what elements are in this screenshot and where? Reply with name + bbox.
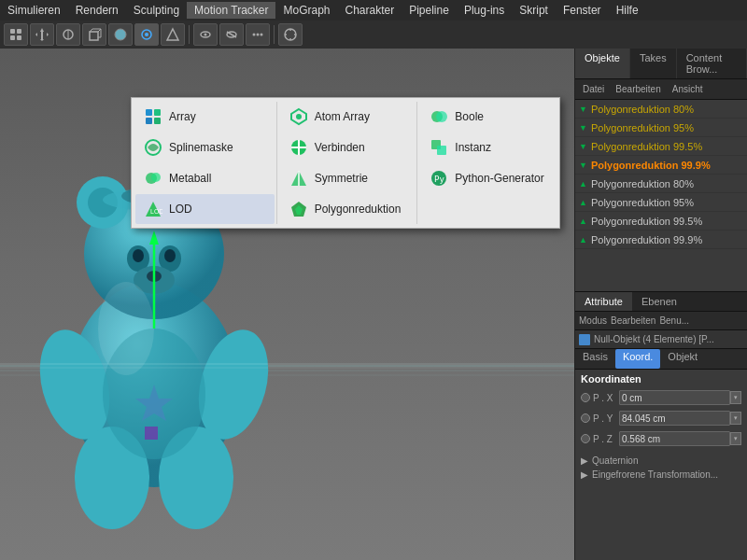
tab-objekte[interactable]: Objekte (575, 49, 630, 78)
dropdown-grid: Array Splinemaske (132, 98, 559, 228)
coord-dropdown-py[interactable]: ▾ (730, 412, 741, 425)
symmetrie-icon (289, 168, 309, 189)
svg-rect-55 (154, 109, 161, 116)
menu-motion-tracker[interactable]: Motion Tracker (187, 2, 275, 19)
menu-fenster[interactable]: Fenster (556, 2, 609, 19)
coord-circle-pz (581, 434, 590, 443)
splinemaske-icon (143, 137, 163, 158)
svg-point-41 (164, 249, 176, 262)
right-panel: Objekte Takes Content Brow... Datei Bear… (574, 49, 747, 560)
coord-label-pz: P . Z (593, 434, 619, 444)
array-icon (143, 106, 163, 127)
menu-plugins[interactable]: Plug-ins (457, 2, 512, 19)
menu-charakter[interactable]: Charakter (338, 2, 402, 19)
dropdown-item-instanz[interactable]: Instanz (421, 133, 556, 162)
attr-tab-bar: Attribute Ebenen (575, 292, 747, 312)
dropdown-item-python-generator[interactable]: Py Python-Generator (421, 163, 556, 193)
toolbar-btn-eye-open[interactable] (193, 23, 218, 46)
main-area: Array Splinemaske (0, 49, 747, 560)
attr-btn-basis[interactable]: Basis (575, 349, 615, 369)
svg-point-40 (133, 249, 144, 262)
dropdown-item-metaball[interactable]: Metaball (135, 163, 275, 193)
verbinden-icon (289, 137, 309, 158)
dropdown-item-array[interactable]: Array (135, 102, 275, 132)
objects-menu-datei[interactable]: Datei (579, 84, 608, 94)
list-item[interactable]: ▲ Polygonreduktion 99.9% (575, 231, 747, 249)
attr-object-label: Null-Objekt (4 Elemente) [P... (575, 330, 747, 349)
attr-menu-modus[interactable]: Modus (579, 315, 607, 326)
toolbar-btn-dots[interactable] (246, 23, 270, 46)
tab-attribute[interactable]: Attribute (575, 292, 632, 311)
tab-content-browser[interactable]: Content Brow... (677, 49, 747, 78)
list-item[interactable]: ▼ Polygonreduktion 80% (575, 100, 747, 119)
attr-buttons: Basis Koord. Objekt (575, 349, 747, 370)
menu-mograph[interactable]: MoGraph (275, 2, 337, 19)
coord-input-px[interactable]: 0 cm (619, 390, 730, 405)
toolbar-btn-eye-closed[interactable] (219, 23, 244, 46)
koordinaten-title: Koordinaten (581, 373, 741, 385)
objects-menu-bearbeiten[interactable]: Bearbeiten (612, 84, 664, 94)
list-item[interactable]: ▲ Polygonreduktion 99.5% (575, 212, 747, 231)
dropdown-item-lod[interactable]: LOD LOD (135, 194, 275, 224)
svg-text:LOD: LOD (150, 208, 162, 215)
dropdown-item-boole[interactable]: Boole (421, 102, 556, 132)
menu-pipeline[interactable]: Pipeline (402, 2, 457, 19)
coord-input-py[interactable]: 84.045 cm (619, 411, 730, 426)
toolbar-btn-render[interactable] (278, 23, 303, 46)
coord-dropdown-pz[interactable]: ▾ (730, 432, 741, 445)
toolbar-btn-move[interactable] (30, 23, 54, 46)
toolbar-btn-scale[interactable] (56, 23, 80, 46)
dropdown-item-polygonreduktion[interactable]: Polygonreduktion (281, 194, 416, 224)
coord-input-pz[interactable]: 0.568 cm (619, 431, 730, 446)
toolbar-btn-cube[interactable] (82, 23, 106, 46)
menu-simulieren[interactable]: Simulieren (0, 2, 68, 19)
svg-marker-12 (167, 29, 178, 40)
list-item[interactable]: ▼ Polygonreduktion 99.9% (575, 156, 747, 175)
python-generator-icon: Py (429, 168, 449, 189)
toolbar-btn-1[interactable] (4, 23, 28, 46)
coord-row-py: P . Y 84.045 cm ▾ (581, 409, 741, 427)
svg-rect-57 (154, 118, 161, 124)
svg-rect-49 (145, 427, 158, 440)
atom-array-icon (289, 106, 309, 127)
svg-point-73 (436, 111, 447, 122)
metaball-icon (143, 168, 163, 189)
menu-sculpting[interactable]: Sculpting (126, 2, 187, 19)
svg-text:Py: Py (434, 175, 444, 184)
viewport[interactable]: Array Splinemaske (0, 49, 574, 560)
attr-menu-benu[interactable]: Benu... (659, 315, 689, 326)
toolbar-btn-active-mode[interactable] (161, 23, 185, 46)
list-item[interactable]: ▲ Polygonreduktion 80% (575, 175, 747, 193)
quaternion-section[interactable]: ▶ Quaternion (575, 454, 747, 468)
svg-rect-54 (146, 109, 152, 116)
list-item[interactable]: ▼ Polygonreduktion 95% (575, 119, 747, 137)
objects-tab-bar: Objekte Takes Content Brow... (575, 49, 747, 79)
object-icon (579, 334, 590, 345)
svg-point-46 (98, 282, 154, 375)
tab-ebenen[interactable]: Ebenen (632, 292, 686, 311)
attr-btn-objekt[interactable]: Objekt (660, 349, 705, 369)
coord-label-py: P . Y (593, 413, 619, 424)
objects-menu-ansicht[interactable]: Ansicht (669, 84, 707, 94)
dropdown-item-atom-array[interactable]: Atom Array (281, 102, 416, 132)
list-item[interactable]: ▲ Polygonreduktion 95% (575, 193, 747, 212)
objects-panel: Objekte Takes Content Brow... Datei Bear… (575, 49, 747, 291)
list-item[interactable]: ▼ Polygonreduktion 99.5% (575, 137, 747, 156)
svg-rect-75 (437, 146, 446, 155)
dropdown-item-verbinden[interactable]: Verbinden (281, 133, 416, 162)
toolbar-separator-1 (189, 25, 190, 44)
instanz-icon (429, 137, 449, 158)
menu-skript[interactable]: Skript (512, 2, 556, 19)
svg-point-14 (204, 34, 207, 36)
tab-takes[interactable]: Takes (630, 49, 677, 78)
menu-rendern[interactable]: Rendern (68, 2, 126, 19)
toolbar-btn-lod-icon[interactable] (134, 23, 159, 46)
menu-hilfe[interactable]: Hilfe (609, 2, 646, 19)
dropdown-item-symmetrie[interactable]: Symmetrie (281, 163, 416, 193)
frozen-transform-section[interactable]: ▶ Eingefrorene Transformation... (575, 468, 747, 482)
attr-menu-bearbeiten[interactable]: Bearbeiten (611, 315, 655, 326)
toolbar-btn-circle[interactable] (108, 23, 133, 46)
dropdown-item-splinemaske[interactable]: Splinemaske (135, 133, 275, 162)
coord-dropdown-px[interactable]: ▾ (730, 391, 741, 404)
attr-btn-koord[interactable]: Koord. (615, 349, 660, 369)
